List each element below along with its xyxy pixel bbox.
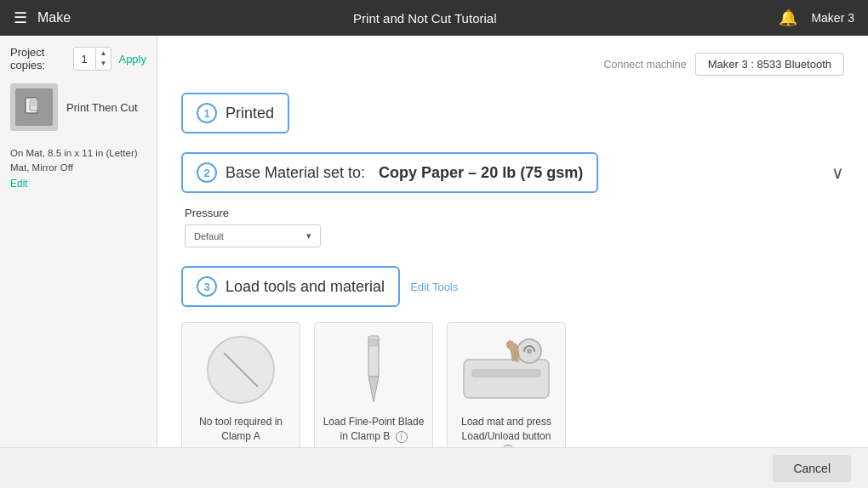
step-2-material: Copy Paper – 20 lb (75 gsm)	[379, 164, 583, 182]
pressure-label: Pressure	[185, 207, 844, 219]
step-3-header-row: 3 Load tools and material Edit Tools	[181, 266, 844, 307]
app-header: ☰ Make Print and Not Cut Tutorial 🔔 Make…	[0, 0, 868, 36]
fine-point-blade-icon	[323, 332, 425, 408]
edit-link[interactable]: Edit	[10, 178, 28, 190]
connect-bar: Connect machine Maker 3 : 8533 Bluetooth	[181, 53, 844, 76]
device-name: Maker 3	[811, 11, 854, 25]
thumbnail-svg	[22, 95, 46, 119]
copies-stepper[interactable]: ▲ ▼	[95, 48, 111, 70]
step-1-title: Printed	[226, 105, 274, 122]
pressure-select[interactable]: Default ▾	[185, 224, 321, 247]
tool-card-clamp-a: No tool required in Clamp A	[181, 322, 300, 447]
copies-down-arrow[interactable]: ▼	[96, 59, 111, 69]
project-copies-row: Project copies: 1 ▲ ▼ Apply	[10, 46, 146, 71]
notification-bell-icon[interactable]: 🔔	[779, 9, 797, 27]
make-label: Make	[37, 10, 71, 26]
tool-card-clamp-b: Load Fine-Point Blade in Clamp B i	[314, 322, 433, 447]
project-thumbnail	[10, 83, 58, 131]
left-panel: Project copies: 1 ▲ ▼ Apply	[0, 36, 157, 447]
step-2-row: 2 Base Material set to: Copy Paper – 20 …	[181, 152, 844, 193]
no-tool-circle	[207, 336, 275, 404]
step-2-header: 2 Base Material set to: Copy Paper – 20 …	[181, 152, 598, 193]
tool-label-clamp-b: Load Fine-Point Blade in Clamp B i	[322, 415, 425, 444]
step-3-number: 3	[197, 276, 217, 297]
step-1: 1 Printed	[181, 93, 844, 133]
step-1-header: 1 Printed	[181, 93, 289, 133]
svg-rect-6	[464, 360, 549, 398]
cancel-button[interactable]: Cancel	[773, 455, 851, 482]
step-3-title: Load tools and material	[226, 278, 385, 296]
info-icon-clamp-b[interactable]: i	[396, 431, 408, 443]
pressure-section: Pressure Default ▾	[181, 207, 844, 247]
step-1-number: 1	[197, 103, 217, 123]
copies-up-arrow[interactable]: ▲	[96, 48, 111, 59]
mat-info: On Mat, 8.5 in x 11 in (Letter) Mat, Mir…	[10, 146, 146, 191]
copies-value: 1	[74, 53, 95, 65]
step-2: 2 Base Material set to: Copy Paper – 20 …	[181, 152, 844, 247]
step-2-prefix: Base Material set to:	[226, 164, 365, 182]
edit-tools-button[interactable]: Edit Tools	[410, 281, 458, 293]
load-mat-icon	[455, 332, 557, 408]
svg-rect-7	[472, 370, 540, 377]
page-title: Print and Not Cut Tutorial	[71, 11, 779, 26]
pressure-chevron-icon: ▾	[306, 230, 311, 241]
info-icon-load-mat[interactable]: i	[502, 445, 514, 447]
header-right: 🔔 Maker 3	[779, 9, 854, 27]
connect-label: Connect machine	[603, 59, 686, 71]
machine-button[interactable]: Maker 3 : 8533 Bluetooth	[695, 53, 844, 76]
pressure-value: Default	[194, 231, 224, 241]
project-item: Print Then Cut	[10, 83, 146, 131]
copies-input-wrap: 1 ▲ ▼	[73, 47, 112, 71]
bottom-bar: Cancel	[0, 447, 868, 488]
step-2-number: 2	[197, 162, 217, 183]
project-copies-label: Project copies:	[10, 46, 68, 71]
tools-row: No tool required in Clamp A Load Fine-Po…	[181, 322, 844, 447]
svg-rect-5	[369, 339, 378, 346]
no-tool-icon	[190, 332, 292, 408]
no-tool-slash	[223, 352, 258, 387]
right-panel: Connect machine Maker 3 : 8533 Bluetooth…	[157, 36, 868, 447]
step-3: 3 Load tools and material Edit Tools No …	[181, 266, 844, 447]
tool-label-clamp-a: No tool required in Clamp A	[189, 415, 293, 444]
svg-point-9	[527, 349, 532, 354]
apply-button[interactable]: Apply	[118, 53, 146, 65]
menu-icon[interactable]: ☰	[14, 9, 27, 27]
project-label: Print Then Cut	[66, 101, 138, 114]
tool-card-load-mat: Load mat and press Load/Unload button i	[447, 322, 566, 447]
tool-label-load-mat: Load mat and press Load/Unload button i	[454, 415, 558, 447]
step-3-header-box: 3 Load tools and material	[181, 266, 400, 307]
main-container: Project copies: 1 ▲ ▼ Apply	[0, 36, 868, 447]
chevron-down-icon[interactable]: ∨	[831, 162, 844, 183]
thumbnail-inner	[15, 88, 53, 126]
